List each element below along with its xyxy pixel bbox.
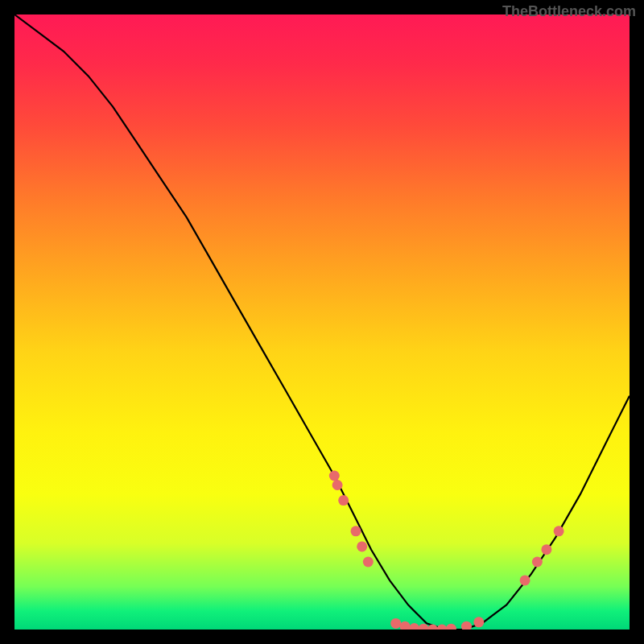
data-point xyxy=(520,575,530,585)
data-point xyxy=(390,618,401,629)
data-point xyxy=(532,557,543,568)
data-point xyxy=(473,617,484,627)
data-point xyxy=(351,526,361,536)
data-point xyxy=(409,623,419,630)
chart-curve-layer xyxy=(14,14,630,630)
data-point xyxy=(461,621,472,630)
watermark-text: TheBottleneck.com xyxy=(502,3,636,20)
data-point xyxy=(541,544,551,555)
data-point xyxy=(446,624,456,630)
data-point xyxy=(357,541,367,551)
bottleneck-curve xyxy=(14,14,630,630)
data-point xyxy=(332,480,343,490)
chart-plot-area xyxy=(14,14,630,630)
data-point xyxy=(554,526,564,536)
data-point xyxy=(329,471,340,481)
curve-markers xyxy=(329,471,564,630)
data-point xyxy=(400,621,411,630)
data-point xyxy=(437,625,448,630)
data-point xyxy=(338,495,349,506)
data-point xyxy=(363,557,374,568)
